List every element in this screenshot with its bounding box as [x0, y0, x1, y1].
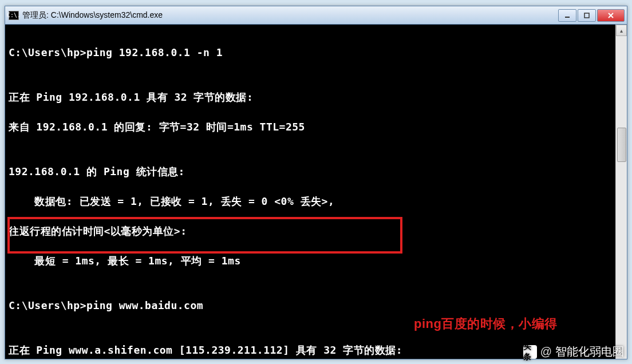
window-controls [558, 9, 625, 22]
watermark-name: 智能化弱电圈 [555, 344, 624, 359]
watermark-icon: 头条 [523, 345, 537, 359]
terminal-line: 来自 192.168.0.1 的回复: 字节=32 时间=1ms TTL=255 [9, 120, 612, 134]
svg-rect-1 [584, 13, 589, 18]
window-title: 管理员: C:\Windows\system32\cmd.exe [22, 10, 558, 21]
terminal-wrapper: C:\Users\hp>ping 192.168.0.1 -n 1 正在 Pin… [5, 25, 627, 359]
scrollbar[interactable]: ▴ [615, 25, 627, 359]
terminal-line: 正在 Ping 192.168.0.1 具有 32 字节的数据: [9, 90, 612, 105]
watermark: 头条 @ 智能化弱电圈 [523, 344, 624, 359]
watermark-at: @ [540, 345, 552, 358]
terminal-line: 数据包: 已发送 = 1, 已接收 = 1, 丢失 = 0 <0% 丢失>, [9, 194, 612, 209]
terminal-line: 192.168.0.1 的 Ping 统计信息: [9, 164, 612, 179]
terminal-output[interactable]: C:\Users\hp>ping 192.168.0.1 -n 1 正在 Pin… [5, 25, 615, 359]
titlebar[interactable]: C:\. 管理员: C:\Windows\system32\cmd.exe [5, 6, 627, 25]
cmd-icon: C:\. [9, 11, 19, 20]
terminal-line: 往返行程的估计时间<以毫秒为单位>: [9, 224, 612, 239]
cmd-window: C:\. 管理员: C:\Windows\system32\cmd.exe C:… [5, 6, 627, 359]
scroll-up-button[interactable]: ▴ [616, 25, 627, 36]
minimize-button[interactable] [558, 9, 576, 22]
scroll-thumb[interactable] [617, 128, 626, 162]
annotation-line: ping百度的时候，小编得 [414, 315, 558, 333]
close-button[interactable] [597, 9, 625, 22]
svg-rect-0 [565, 17, 570, 18]
terminal-line: C:\Users\hp>ping 192.168.0.1 -n 1 [9, 45, 612, 60]
terminal-line: 最短 = 1ms, 最长 = 1ms, 平均 = 1ms [9, 254, 612, 268]
maximize-button[interactable] [578, 9, 596, 22]
